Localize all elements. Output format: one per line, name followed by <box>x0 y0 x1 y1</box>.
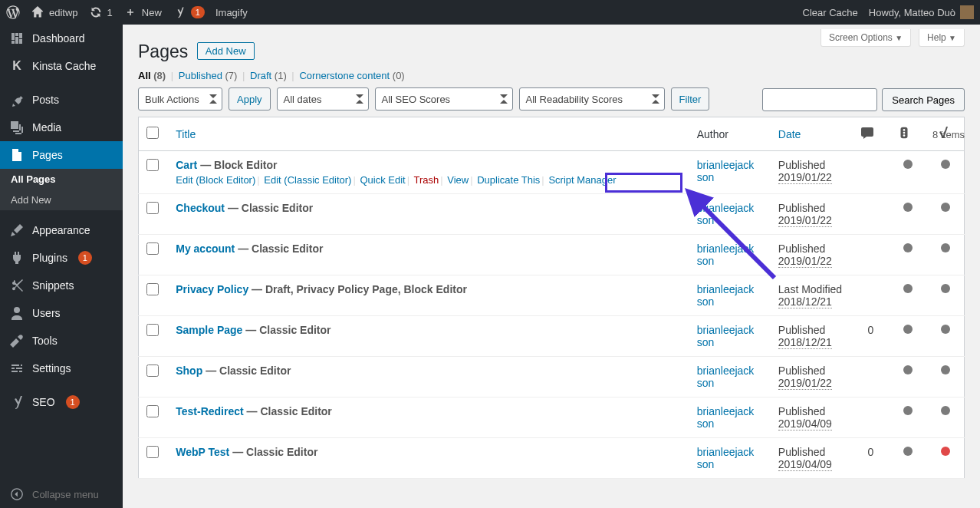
menu-appearance[interactable]: Appearance <box>0 216 123 244</box>
imagify[interactable]: Imagify <box>215 7 248 18</box>
post-state: — Classic Editor <box>245 324 331 336</box>
menu-dashboard[interactable]: Dashboard <box>0 25 123 52</box>
seo-dot <box>903 243 913 252</box>
add-new-button[interactable]: Add New <box>197 42 255 60</box>
readability-dot <box>941 243 950 252</box>
table-row: Shop — Classic EditorbrianleejacksonPubl… <box>139 357 965 397</box>
yoast-notifications[interactable]: 1 <box>173 5 205 19</box>
row-checkbox[interactable] <box>146 446 159 458</box>
menu-tools[interactable]: Tools <box>0 327 123 355</box>
author-link[interactable]: brianleejackson <box>697 446 755 470</box>
filter-cornerstone[interactable]: Cornerstone content (0) <box>299 70 404 81</box>
menu-snippets[interactable]: Snippets <box>0 272 123 299</box>
page-title-link[interactable]: My account <box>176 242 235 255</box>
menu-pages[interactable]: Pages <box>0 141 123 169</box>
table-row: WebP Test — Classic Editorbrianleejackso… <box>139 438 965 479</box>
filter-draft[interactable]: Draft (1) <box>250 70 287 81</box>
author-link[interactable]: brianleejackson <box>697 159 755 183</box>
submenu-all-pages[interactable]: All Pages <box>0 169 123 190</box>
row-checkbox[interactable] <box>146 202 159 214</box>
comments-cell <box>852 397 890 438</box>
table-row: Privacy Policy — Draft, Privacy Policy P… <box>139 275 965 316</box>
date-value: 2019/01/22 <box>778 214 832 227</box>
apply-button[interactable]: Apply <box>229 87 271 111</box>
wordpress-icon <box>6 5 20 19</box>
page-title-link[interactable]: WebP Test <box>176 446 229 458</box>
help-tab[interactable]: Help ▼ <box>919 29 965 47</box>
page-title-link[interactable]: Shop <box>176 365 202 377</box>
author-link[interactable]: brianleejackson <box>697 405 755 430</box>
page-title-link[interactable]: Cart <box>176 159 197 171</box>
page-title-link[interactable]: Privacy Policy <box>176 283 248 295</box>
collapse-menu[interactable]: Collapse menu <box>0 480 123 508</box>
author-link[interactable]: brianleejackson <box>697 324 755 348</box>
filter-all[interactable]: All (8) <box>138 70 166 81</box>
menu-users[interactable]: Users <box>0 299 123 327</box>
filter-published[interactable]: Published (7) <box>179 70 238 81</box>
scissors-icon <box>9 278 25 293</box>
author-link[interactable]: brianleejackson <box>697 283 755 308</box>
seo-score-select[interactable]: All SEO Scores <box>375 87 513 111</box>
duplicate-this-link[interactable]: Duplicate This <box>477 174 540 186</box>
script-manager-link[interactable]: Script Manager <box>548 174 616 186</box>
author-link[interactable]: brianleejackson <box>697 242 755 267</box>
date-value: 2019/01/22 <box>778 377 832 390</box>
row-checkbox[interactable] <box>146 365 159 377</box>
new-content[interactable]: New <box>123 5 162 19</box>
readability-dot <box>941 160 950 169</box>
author-link[interactable]: brianleejackson <box>697 365 755 389</box>
table-row: Cart — Block Editor Edit (Block Editor)|… <box>139 151 965 194</box>
select-all-checkbox[interactable] <box>146 127 159 139</box>
menu-plugins[interactable]: Plugins1 <box>0 244 123 272</box>
post-state: — Block Editor <box>200 159 277 171</box>
search-input[interactable] <box>762 88 877 111</box>
menu-posts[interactable]: Posts <box>0 86 123 114</box>
date-value: 2018/12/21 <box>778 295 832 308</box>
author-link[interactable]: brianleejackson <box>697 202 755 226</box>
quick-edit-link[interactable]: Quick Edit <box>360 174 405 186</box>
plug-icon <box>9 250 25 266</box>
table-row: My account — Classic Editorbrianleejacks… <box>139 235 965 275</box>
row-checkbox[interactable] <box>146 405 159 417</box>
submenu-add-new[interactable]: Add New <box>0 190 123 210</box>
post-state: — Classic Editor <box>247 405 332 417</box>
edit-classic-link[interactable]: Edit (Classic Editor) <box>264 174 351 186</box>
screen-options-tab[interactable]: Screen Options ▼ <box>821 29 911 47</box>
page-title-link[interactable]: Sample Page <box>176 324 242 336</box>
row-checkbox[interactable] <box>146 283 159 295</box>
date-status: Published <box>778 365 826 377</box>
comments-icon[interactable] <box>860 125 873 139</box>
menu-media[interactable]: Media <box>0 114 123 141</box>
search-pages-button[interactable]: Search Pages <box>882 88 965 111</box>
date-value: 2019/04/09 <box>778 458 832 471</box>
row-checkbox[interactable] <box>146 242 159 255</box>
filter-button[interactable]: Filter <box>671 87 710 111</box>
date-filter-select[interactable]: All dates <box>277 87 369 111</box>
updates[interactable]: 1 <box>89 5 113 19</box>
readability-score-select[interactable]: All Readability Scores <box>519 87 665 111</box>
date-status: Published <box>778 405 826 417</box>
wp-logo[interactable] <box>6 5 20 19</box>
menu-settings[interactable]: Settings <box>0 355 123 382</box>
site-name[interactable]: editwp <box>31 5 78 19</box>
menu-seo[interactable]: SEO1 <box>0 388 123 416</box>
row-checkbox[interactable] <box>146 324 159 336</box>
edit-block-link[interactable]: Edit (Block Editor) <box>176 174 255 186</box>
page-title-link[interactable]: Checkout <box>176 202 225 214</box>
plus-icon <box>123 5 137 19</box>
page-title-link[interactable]: Test-Redirect <box>176 405 243 417</box>
col-date[interactable]: Date <box>778 128 801 140</box>
howdy[interactable]: Howdy, Matteo Duò <box>869 5 974 19</box>
clear-cache[interactable]: Clear Cache <box>803 7 858 18</box>
col-title[interactable]: Title <box>176 128 196 140</box>
comments-cell: 0 <box>852 316 890 357</box>
view-link[interactable]: View <box>447 174 469 186</box>
post-state: — Draft, Privacy Policy Page, Block Edit… <box>252 283 467 295</box>
menu-kinsta-cache[interactable]: KKinsta Cache <box>0 52 123 80</box>
trash-link[interactable]: Trash <box>413 174 439 186</box>
bulk-actions-select[interactable]: Bulk Actions <box>138 87 222 111</box>
date-status: Published <box>778 242 826 255</box>
post-state: — Classic Editor <box>238 242 323 255</box>
row-checkbox[interactable] <box>146 159 159 171</box>
seo-score-icon[interactable] <box>897 125 911 139</box>
